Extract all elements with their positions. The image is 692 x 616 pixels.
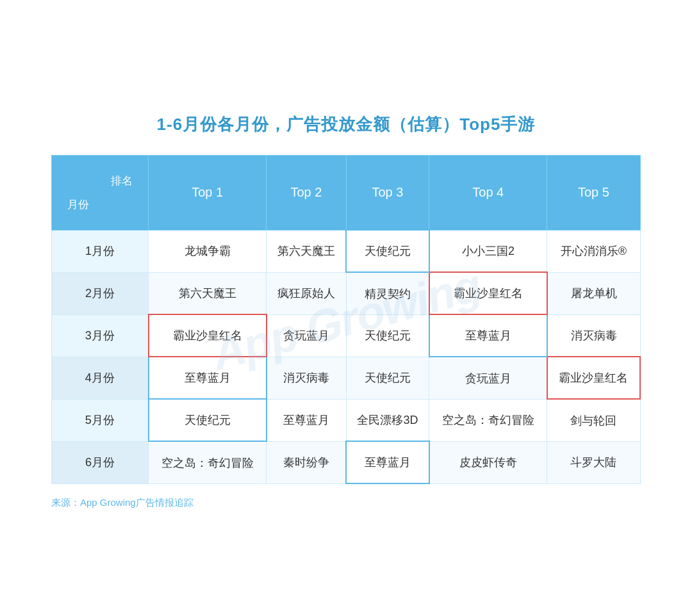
table-row: 2月份第六天魔王疯狂原始人精灵契约霸业沙皇红名屠龙单机 bbox=[52, 272, 641, 314]
game-cell: 空之岛：奇幻冒险 bbox=[429, 399, 547, 441]
ranking-table: 排名 月份 Top 1 Top 2 Top 3 Top 4 Top 5 1月份龙… bbox=[51, 155, 641, 485]
header-top5: Top 5 bbox=[547, 155, 640, 230]
game-cell: 斗罗大陆 bbox=[547, 441, 640, 483]
game-cell: 第六天魔王 bbox=[149, 272, 267, 314]
header-top2: Top 2 bbox=[267, 155, 346, 230]
table-header-row: 排名 月份 Top 1 Top 2 Top 3 Top 4 Top 5 bbox=[52, 155, 641, 230]
game-cell: 霸业沙皇红名 bbox=[429, 272, 547, 314]
table-row: 3月份霸业沙皇红名贪玩蓝月天使纪元至尊蓝月消灭病毒 bbox=[52, 314, 641, 357]
source-text: 来源：App Growing广告情报追踪 bbox=[51, 497, 641, 509]
game-cell: 第六天魔王 bbox=[267, 230, 346, 272]
game-cell: 精灵契约 bbox=[346, 272, 429, 314]
month-cell: 5月份 bbox=[52, 399, 149, 441]
game-cell: 至尊蓝月 bbox=[429, 314, 547, 357]
game-cell: 霸业沙皇红名 bbox=[547, 357, 640, 399]
game-cell: 开心消消乐® bbox=[547, 230, 640, 272]
game-cell: 至尊蓝月 bbox=[267, 399, 346, 441]
header-top4: Top 4 bbox=[429, 155, 547, 230]
game-cell: 至尊蓝月 bbox=[149, 357, 267, 399]
game-cell: 霸业沙皇红名 bbox=[149, 314, 267, 357]
month-cell: 2月份 bbox=[52, 272, 149, 314]
game-cell: 龙城争霸 bbox=[149, 230, 267, 272]
game-cell: 天使纪元 bbox=[346, 357, 429, 399]
table-row: 4月份至尊蓝月消灭病毒天使纪元贪玩蓝月霸业沙皇红名 bbox=[52, 357, 641, 399]
game-cell: 剑与轮回 bbox=[547, 399, 640, 441]
page-title: 1-6月份各月份，广告投放金额（估算）Top5手游 bbox=[51, 113, 641, 136]
game-cell: 疯狂原始人 bbox=[267, 272, 346, 314]
month-cell: 1月份 bbox=[52, 230, 149, 272]
game-cell: 贪玩蓝月 bbox=[429, 357, 547, 399]
game-cell: 空之岛：奇幻冒险 bbox=[149, 441, 267, 483]
game-cell: 天使纪元 bbox=[149, 399, 267, 441]
game-cell: 皮皮虾传奇 bbox=[429, 441, 547, 483]
month-cell: 4月份 bbox=[52, 357, 149, 399]
game-cell: 全民漂移3D bbox=[346, 399, 429, 441]
header-top1: Top 1 bbox=[149, 155, 267, 230]
game-cell: 贪玩蓝月 bbox=[267, 314, 346, 357]
month-cell: 6月份 bbox=[52, 441, 149, 483]
game-cell: 至尊蓝月 bbox=[346, 441, 429, 483]
header-month-rank: 排名 月份 bbox=[52, 155, 149, 230]
game-cell: 小小三国2 bbox=[429, 230, 547, 272]
game-cell: 消灭病毒 bbox=[547, 314, 640, 357]
month-cell: 3月份 bbox=[52, 314, 149, 357]
table-row: 6月份空之岛：奇幻冒险秦时纷争至尊蓝月皮皮虾传奇斗罗大陆 bbox=[52, 441, 641, 483]
header-top3: Top 3 bbox=[346, 155, 429, 230]
game-cell: 秦时纷争 bbox=[267, 441, 346, 483]
table-row: 5月份天使纪元至尊蓝月全民漂移3D空之岛：奇幻冒险剑与轮回 bbox=[52, 399, 641, 441]
month-label: 月份 bbox=[67, 197, 89, 212]
game-cell: 天使纪元 bbox=[346, 230, 429, 272]
game-cell: 消灭病毒 bbox=[267, 357, 346, 399]
game-cell: 天使纪元 bbox=[346, 314, 429, 357]
game-cell: 屠龙单机 bbox=[547, 272, 640, 314]
table-row: 1月份龙城争霸第六天魔王天使纪元小小三国2开心消消乐® bbox=[52, 230, 641, 272]
rank-label: 排名 bbox=[111, 174, 133, 188]
